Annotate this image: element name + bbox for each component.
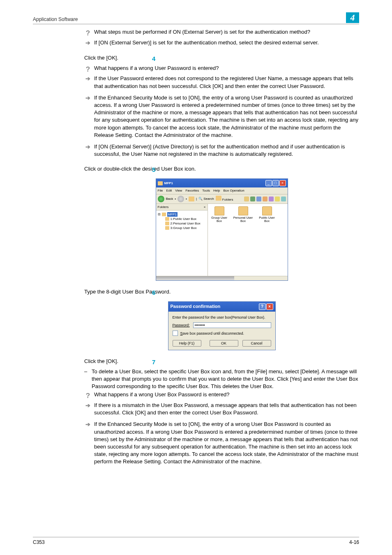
tree-item[interactable]: 1:Public User Box [165, 217, 206, 221]
password-input[interactable] [193, 322, 271, 328]
explorer-titlebar[interactable]: MFP1 _ □ × [156, 179, 288, 187]
userbox-label: Personal User Box [233, 216, 253, 223]
menu-box-operation[interactable]: Box Operation [223, 188, 244, 193]
answer-text: If [ON (External Server)] (Active Direct… [94, 143, 359, 158]
explorer-menubar: File Edit View Favorites Tools Help Box … [156, 187, 288, 194]
menu-file[interactable]: File [158, 188, 163, 193]
password-dialog: Password confirmation ? × Enter the pass… [168, 301, 276, 351]
answer-text: If the Enhanced Security Mode is set to … [94, 421, 359, 465]
dialog-prompt: Enter the password for the user box(Pers… [173, 315, 271, 320]
question-text: What steps must be performed if ON (Exte… [94, 28, 359, 36]
folders-button[interactable]: Folders [216, 196, 233, 202]
answer-text: If [ON (External Server)] is set for the… [94, 39, 359, 46]
explorer-toolbar: Back • • | 🔍 Search Folders [156, 194, 288, 204]
userbox-item[interactable]: Public User Box [257, 206, 277, 223]
step-text: Click or double-click the desired User B… [84, 166, 196, 172]
close-button[interactable]: × [279, 180, 286, 186]
arrow-icon: ➔ [84, 402, 92, 410]
toolbar-icon[interactable] [269, 197, 274, 201]
up-button[interactable] [189, 197, 194, 201]
menu-favorites[interactable]: Favorites [185, 188, 199, 193]
userbox-icon [262, 206, 272, 215]
menu-tools[interactable]: Tools [202, 188, 210, 193]
userbox-item[interactable]: Personal User Box [233, 206, 253, 223]
folder-icon [158, 181, 163, 185]
toolbar-icon[interactable] [244, 197, 249, 201]
folders-pane-label: Folders [158, 205, 169, 209]
menu-help[interactable]: Help [213, 188, 220, 193]
minimize-button[interactable]: _ [265, 180, 272, 186]
step-number: 4 [152, 54, 155, 63]
back-label: Back [166, 197, 173, 201]
userbox-icon [214, 206, 224, 215]
dash-icon: – [84, 368, 89, 375]
menu-edit[interactable]: Edit [166, 188, 172, 193]
arrow-icon: ➔ [84, 421, 92, 429]
answer-text: If there is a mismatch in the User Box P… [94, 402, 359, 416]
dialog-titlebar[interactable]: Password confirmation ? × [168, 302, 275, 312]
step-text: Type the 8-digit User Box Password. [84, 289, 171, 295]
help-f1-button[interactable]: Help (F1) [173, 340, 201, 347]
help-button[interactable]: ? [259, 303, 266, 310]
step-number: 5 [152, 165, 155, 174]
menu-view[interactable]: View [175, 188, 182, 193]
question-icon: ? [84, 391, 92, 401]
explorer-statusbar [156, 276, 288, 280]
dialog-title: Password confirmation [171, 303, 221, 310]
step-number: 7 [152, 358, 155, 366]
tree-root[interactable]: ⊟ MFP1 [158, 212, 206, 217]
note-text: To delete a User Box, select the specifi… [92, 368, 359, 391]
arrow-icon: ➔ [84, 39, 92, 47]
step-text: Click the [OK]. [84, 55, 118, 61]
toolbar-icon[interactable] [275, 197, 280, 201]
ok-button[interactable]: OK [210, 340, 238, 347]
save-password-label: Save box password until disconnected. [180, 331, 244, 336]
folders-pane-close[interactable]: × [204, 205, 206, 209]
arrow-icon: ➔ [84, 143, 92, 151]
password-label: Password: [173, 323, 190, 328]
close-button[interactable]: × [266, 303, 273, 310]
step-number: 6 [152, 288, 155, 297]
question-text: What happens if a wrong User Password is… [94, 65, 359, 72]
userbox-icon [238, 206, 248, 215]
maximize-button[interactable]: □ [272, 180, 279, 186]
step-text: Click the [OK]. [84, 358, 118, 364]
arrow-icon: ➔ [84, 94, 92, 102]
answer-text: If the Enhanced Security Mode is set to … [94, 94, 359, 139]
search-button[interactable]: 🔍 Search [198, 197, 214, 201]
toolbar-icon[interactable] [281, 197, 286, 201]
forward-button[interactable] [178, 196, 184, 202]
arrow-icon: ➔ [84, 75, 92, 83]
tree-item[interactable]: 3:Group User Box [165, 226, 206, 230]
explorer-title: MFP1 [164, 181, 173, 185]
toolbar-icon[interactable] [250, 197, 255, 201]
back-button[interactable] [158, 196, 164, 202]
tree-item[interactable]: 2:Personal User Box [165, 221, 206, 226]
toolbar-icon[interactable] [263, 197, 267, 201]
question-text: What happens if a wrong User Box Passwor… [94, 391, 359, 398]
question-icon: ? [84, 28, 92, 38]
header-title: Application Software [33, 16, 78, 23]
save-password-checkbox[interactable] [173, 331, 178, 336]
footer-left: C353 [33, 539, 45, 546]
cancel-button[interactable]: Cancel [242, 340, 271, 347]
explorer-window: MFP1 _ □ × File Edit View Favorites Tool… [156, 178, 288, 280]
question-icon: ? [84, 65, 92, 74]
answer-text: If the User Password entered does not co… [94, 75, 359, 90]
chapter-badge: 4 [346, 12, 359, 23]
toolbar-icon[interactable] [256, 197, 261, 201]
userbox-label: Public User Box [257, 216, 277, 223]
footer-right: 4-16 [349, 539, 359, 546]
userbox-item[interactable]: Group User Box [210, 206, 229, 223]
userbox-label: Group User Box [210, 216, 229, 223]
